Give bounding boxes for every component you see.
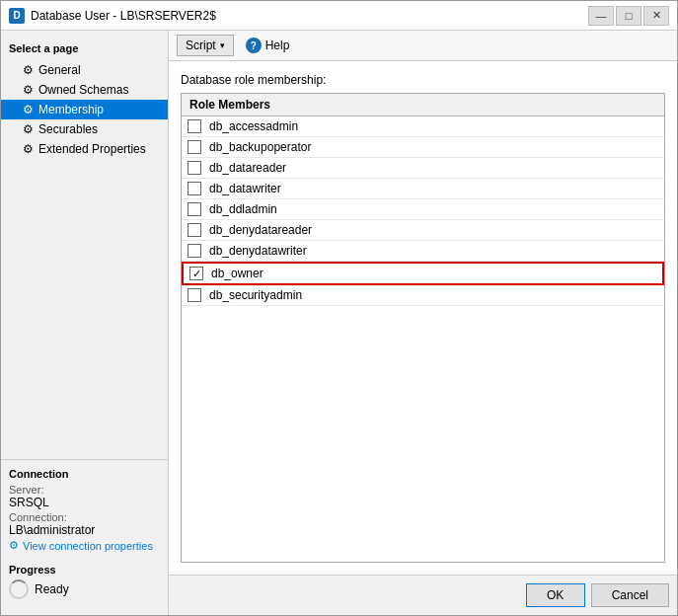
progress-status: Ready xyxy=(35,582,69,596)
role-checkbox[interactable] xyxy=(188,182,201,195)
progress-spinner xyxy=(9,579,29,599)
sidebar-label-extended-properties: Extended Properties xyxy=(38,142,146,156)
role-name: db_securityadmin xyxy=(209,288,302,302)
role-name: db_denydatawriter xyxy=(209,244,307,258)
link-gear-icon: ⚙ xyxy=(9,539,19,552)
sidebar-label-membership: Membership xyxy=(38,103,104,116)
panel-body: Database role membership: Role Members d… xyxy=(169,61,677,575)
help-icon: ? xyxy=(246,38,262,53)
connection-title: Connection xyxy=(9,468,160,480)
owned-schemas-icon: ⚙ xyxy=(21,83,35,97)
link-label: View connection properties xyxy=(23,540,153,552)
help-button[interactable]: ? Help xyxy=(238,35,298,56)
role-row[interactable]: db_datareader xyxy=(182,158,664,179)
role-row[interactable]: db_securityadmin xyxy=(182,285,664,306)
server-value: SRSQL xyxy=(9,496,160,509)
general-icon: ⚙ xyxy=(21,63,35,77)
sidebar-item-extended-properties[interactable]: ⚙ Extended Properties xyxy=(1,139,168,159)
role-name: db_accessadmin xyxy=(209,119,298,133)
role-row[interactable]: db_datawriter xyxy=(182,179,664,199)
role-checkbox[interactable] xyxy=(188,288,201,302)
help-label: Help xyxy=(265,38,290,52)
role-row[interactable]: db_accessadmin xyxy=(182,116,664,137)
script-label: Script xyxy=(186,38,216,52)
server-label: Server: xyxy=(9,484,160,496)
sidebar-bottom: Connection Server: SRSQL Connection: LB\… xyxy=(1,459,168,607)
ok-button[interactable]: OK xyxy=(526,583,585,607)
window-title: Database User - LB\SRSERVER2$ xyxy=(31,9,216,23)
title-bar-left: D Database User - LB\SRSERVER2$ xyxy=(9,8,216,24)
role-row[interactable]: db_denydatawriter xyxy=(182,241,664,262)
role-checkbox[interactable] xyxy=(188,140,201,154)
close-button[interactable]: ✕ xyxy=(643,6,669,26)
sidebar-item-general[interactable]: ⚙ General xyxy=(1,60,168,80)
script-button[interactable]: Script ▾ xyxy=(177,35,234,56)
sidebar-label-owned-schemas: Owned Schemas xyxy=(38,83,128,97)
minimize-button[interactable]: — xyxy=(588,6,614,26)
sidebar-section-title: Select a page xyxy=(1,38,168,58)
connection-section: Connection Server: SRSQL Connection: LB\… xyxy=(9,468,160,552)
title-bar: D Database User - LB\SRSERVER2$ — □ ✕ xyxy=(1,1,677,31)
roles-column-header: Role Members xyxy=(182,94,664,116)
membership-icon: ⚙ xyxy=(21,103,35,116)
role-row[interactable]: db_denydatareader xyxy=(182,220,664,241)
progress-indicator: Ready xyxy=(9,579,160,599)
role-name: db_denydatareader xyxy=(209,223,312,237)
role-name: db_datareader xyxy=(209,161,286,175)
role-name: db_ddladmin xyxy=(209,202,277,216)
role-checkbox[interactable]: ✓ xyxy=(189,267,203,280)
roles-table-container: Role Members db_accessadmindb_backupoper… xyxy=(181,93,665,563)
role-checkbox[interactable] xyxy=(188,244,201,258)
role-row[interactable]: db_backupoperator xyxy=(182,137,664,158)
sidebar-item-securables[interactable]: ⚙ Securables xyxy=(1,119,168,139)
role-name: db_datawriter xyxy=(209,182,281,195)
roles-list: db_accessadmindb_backupoperatordb_datare… xyxy=(182,116,664,306)
role-name: db_owner xyxy=(211,267,264,280)
progress-section: Progress Ready xyxy=(9,564,160,599)
sidebar-item-owned-schemas[interactable]: ⚙ Owned Schemas xyxy=(1,80,168,100)
role-checkbox[interactable] xyxy=(188,223,201,237)
progress-title: Progress xyxy=(9,564,160,576)
connection-value: LB\administrator xyxy=(9,523,160,537)
bottom-buttons: OK Cancel xyxy=(169,575,677,615)
content-area: Select a page ⚙ General ⚙ Owned Schemas … xyxy=(1,31,677,615)
maximize-button[interactable]: □ xyxy=(616,6,641,26)
sidebar: Select a page ⚙ General ⚙ Owned Schemas … xyxy=(1,31,169,615)
securables-icon: ⚙ xyxy=(21,122,35,136)
sidebar-label-securables: Securables xyxy=(38,122,98,136)
role-checkbox[interactable] xyxy=(188,161,201,175)
title-buttons: — □ ✕ xyxy=(588,6,669,26)
dialog-window: D Database User - LB\SRSERVER2$ — □ ✕ Se… xyxy=(0,0,678,616)
cancel-button[interactable]: Cancel xyxy=(591,583,669,607)
role-checkbox[interactable] xyxy=(188,119,201,133)
role-row[interactable]: db_ddladmin xyxy=(182,199,664,220)
connection-label: Connection: xyxy=(9,511,160,523)
role-row[interactable]: ✓db_owner xyxy=(182,262,664,285)
toolbar: Script ▾ ? Help xyxy=(169,31,677,61)
sidebar-label-general: General xyxy=(38,63,81,77)
role-name: db_backupoperator xyxy=(209,140,311,154)
dropdown-arrow: ▾ xyxy=(220,40,225,50)
main-panel: Script ▾ ? Help Database role membership… xyxy=(169,31,677,615)
role-checkbox[interactable] xyxy=(188,202,201,216)
panel-title: Database role membership: xyxy=(181,73,665,87)
sidebar-item-membership[interactable]: ⚙ Membership xyxy=(1,100,168,119)
view-connection-link[interactable]: ⚙ View connection properties xyxy=(9,539,160,552)
extended-properties-icon: ⚙ xyxy=(21,142,35,156)
window-icon: D xyxy=(9,8,25,24)
